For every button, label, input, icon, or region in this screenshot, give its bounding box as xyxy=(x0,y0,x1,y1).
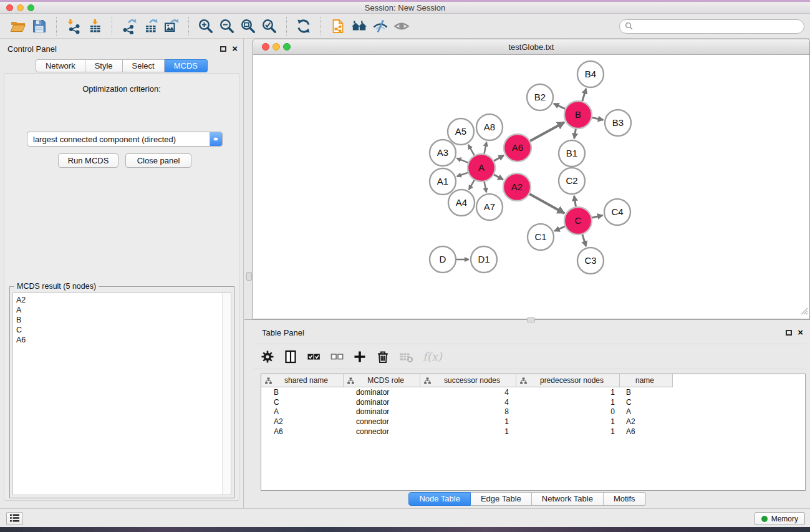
edge-B-B2[interactable] xyxy=(554,104,566,109)
node-C3[interactable]: C3 xyxy=(577,248,604,274)
edge-A6-B[interactable] xyxy=(529,122,564,142)
mcds-result-item[interactable]: B xyxy=(13,315,222,325)
show-all-button[interactable] xyxy=(391,16,412,37)
edge-A2-C[interactable] xyxy=(529,194,564,213)
network-zoom-traffic-light[interactable] xyxy=(283,43,291,51)
memory-button[interactable]: Memory xyxy=(755,512,805,525)
search-box[interactable] xyxy=(619,19,804,34)
mcds-result-item[interactable]: A6 xyxy=(13,335,222,345)
import-table-button[interactable] xyxy=(84,16,105,37)
close-traffic-light[interactable] xyxy=(6,4,13,11)
table-row[interactable]: Adominator80A xyxy=(261,407,805,417)
edge-A-A3[interactable] xyxy=(456,158,468,163)
node-A2[interactable]: A2 xyxy=(503,173,531,201)
import-network-button[interactable] xyxy=(63,16,84,37)
edge-A-A6[interactable] xyxy=(493,155,504,161)
combo-arrows-icon[interactable] xyxy=(210,132,222,146)
node-C[interactable]: C xyxy=(564,207,592,235)
edge-C-C1[interactable] xyxy=(554,226,566,231)
node-D1[interactable]: D1 xyxy=(471,246,497,273)
network-graph[interactable]: AA1A2A3A4A5A6A7A8BB1B2B3B4CC1C2C3C4DD1 xyxy=(253,55,809,319)
column-header-predecessor-nodes[interactable]: predecessor nodes xyxy=(516,374,620,387)
vertical-splitter-grip[interactable] xyxy=(246,272,252,281)
create-column-button[interactable] xyxy=(350,347,369,366)
tab-network-table[interactable]: Network Table xyxy=(532,492,604,506)
node-C2[interactable]: C2 xyxy=(559,168,585,194)
close-panel-button[interactable]: Close panel xyxy=(125,153,191,168)
node-A7[interactable]: A7 xyxy=(476,194,503,220)
function-builder-button[interactable]: f(x) xyxy=(420,347,445,366)
node-A[interactable]: A xyxy=(468,154,495,181)
node-A1[interactable]: A1 xyxy=(430,168,456,195)
save-session-button[interactable] xyxy=(29,16,50,37)
result-scrollbar[interactable] xyxy=(222,293,231,495)
float-panel-icon[interactable] xyxy=(220,46,226,52)
node-A3[interactable]: A3 xyxy=(430,140,456,166)
column-header-shared-name[interactable]: shared name xyxy=(261,374,344,387)
edge-A-A8[interactable] xyxy=(484,142,486,155)
table-row[interactable]: Bdominator41B xyxy=(261,387,805,397)
table-row[interactable]: A2connector11A2 xyxy=(261,417,805,427)
column-header-successor-nodes[interactable]: successor nodes xyxy=(420,374,516,387)
delete-column-button[interactable] xyxy=(374,347,392,366)
node-B4[interactable]: B4 xyxy=(577,61,604,87)
edge-A-A4[interactable] xyxy=(469,180,475,190)
node-D[interactable]: D xyxy=(430,246,456,273)
run-mcds-button[interactable]: Run MCDS xyxy=(58,153,118,168)
edge-C-C3[interactable] xyxy=(582,234,586,246)
mcds-result-item[interactable]: A2 xyxy=(13,295,222,305)
mcds-result-item[interactable]: C xyxy=(13,325,222,335)
minimize-traffic-light[interactable] xyxy=(17,4,24,11)
zoom-selected-button[interactable] xyxy=(259,16,280,37)
node-A6[interactable]: A6 xyxy=(504,134,531,162)
node-B2[interactable]: B2 xyxy=(527,84,553,110)
node-A5[interactable]: A5 xyxy=(448,118,474,145)
table-row[interactable]: A6connector11A6 xyxy=(261,427,805,437)
search-input[interactable] xyxy=(635,22,799,31)
float-panel-icon[interactable] xyxy=(786,330,792,336)
mcds-result-item[interactable]: A xyxy=(13,305,222,315)
node-B3[interactable]: B3 xyxy=(605,110,631,136)
edge-B-B4[interactable] xyxy=(582,89,586,102)
optimization-criterion-select[interactable]: largest connected component (directed) xyxy=(27,132,223,147)
edge-B-B1[interactable] xyxy=(574,128,576,139)
network-canvas[interactable]: AA1A2A3A4A5A6A7A8BB1B2B3B4CC1C2C3C4DD1 xyxy=(253,55,809,319)
close-panel-icon[interactable]: × xyxy=(232,45,238,52)
tab-select[interactable]: Select xyxy=(123,59,165,72)
tab-motifs[interactable]: Motifs xyxy=(604,492,646,506)
edge-A-A2[interactable] xyxy=(493,175,503,180)
tab-style[interactable]: Style xyxy=(85,59,123,72)
node-B[interactable]: B xyxy=(564,101,592,128)
edge-A-A7[interactable] xyxy=(484,181,486,193)
horizontal-splitter-grip[interactable] xyxy=(527,317,535,322)
edge-C-C2[interactable] xyxy=(574,196,576,208)
zoom-out-button[interactable] xyxy=(216,16,238,37)
window-resize-grip[interactable] xyxy=(800,306,808,317)
select-all-button[interactable] xyxy=(304,347,323,366)
zoom-in-button[interactable] xyxy=(195,16,216,37)
tab-mcds[interactable]: MCDS xyxy=(165,59,208,72)
table-settings-button[interactable] xyxy=(258,347,277,366)
column-header-mcds-role[interactable]: MCDS role xyxy=(344,374,420,387)
open-session-button[interactable] xyxy=(7,16,29,37)
export-network-button[interactable] xyxy=(118,16,140,37)
delete-table-button[interactable] xyxy=(397,347,415,366)
tab-network[interactable]: Network xyxy=(36,59,85,72)
tab-edge-table[interactable]: Edge Table xyxy=(471,492,532,506)
window-titlebar[interactable]: Session: New Session xyxy=(0,2,810,14)
export-image-button[interactable] xyxy=(161,16,182,37)
edge-C-C4[interactable] xyxy=(592,215,603,218)
task-history-button[interactable] xyxy=(6,512,23,525)
deselect-all-button[interactable] xyxy=(327,347,346,366)
node-C4[interactable]: C4 xyxy=(604,199,630,225)
network-minimize-traffic-light[interactable] xyxy=(272,43,280,51)
network-window-titlebar[interactable]: testGlobe.txt xyxy=(253,39,809,55)
export-table-button[interactable] xyxy=(140,16,161,37)
zoom-traffic-light[interactable] xyxy=(27,4,34,11)
column-header-name[interactable]: name xyxy=(620,374,673,387)
edge-A-A5[interactable] xyxy=(468,145,475,156)
close-panel-icon[interactable]: × xyxy=(798,329,803,336)
node-A4[interactable]: A4 xyxy=(448,190,475,216)
refresh-network-button[interactable] xyxy=(293,16,314,37)
node-A8[interactable]: A8 xyxy=(476,114,503,140)
